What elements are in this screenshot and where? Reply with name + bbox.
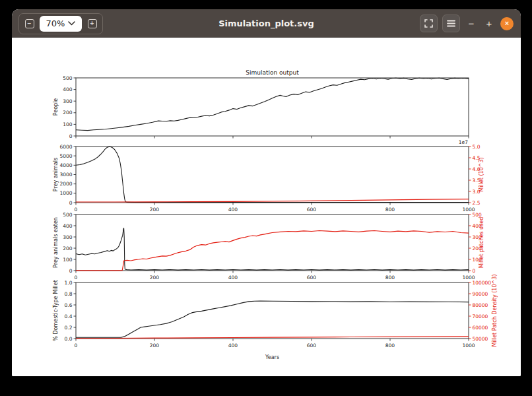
xtick: 800 bbox=[385, 275, 395, 280]
ytick-left: 500 bbox=[63, 75, 73, 81]
zoom-level-dropdown[interactable]: 70% bbox=[40, 16, 82, 32]
ytick-left: 200 bbox=[63, 110, 73, 116]
ytick-left: 100 bbox=[63, 257, 73, 263]
zoom-out-icon: − bbox=[25, 19, 34, 28]
close-button[interactable]: × bbox=[500, 17, 514, 30]
series-prey-animals-eaten bbox=[76, 228, 469, 270]
ytick-left: 0 bbox=[69, 200, 73, 206]
ytick-right: 90000 bbox=[473, 291, 488, 297]
xaxis-label: Years bbox=[265, 354, 279, 360]
ytick-left: 1000 bbox=[59, 190, 72, 196]
ytick-left: 1.0 bbox=[65, 280, 73, 286]
zoom-controls: − 70% + bbox=[18, 13, 103, 34]
xtick: 0 bbox=[75, 207, 78, 213]
zoom-in-icon: + bbox=[88, 19, 97, 28]
zoom-level-value: 70% bbox=[46, 18, 65, 28]
ytick-right: 80000 bbox=[473, 302, 488, 308]
xtick: 200 bbox=[150, 207, 160, 213]
ytick-right: 5.0 bbox=[473, 144, 481, 150]
ylabel-left: % Domestic-Type Millet bbox=[53, 280, 59, 341]
series-prey-animals bbox=[76, 147, 469, 202]
ytick-left: 100 bbox=[63, 121, 73, 127]
subplot-prey-animals-eaten: 0100200300400500010020030040050002004006… bbox=[53, 212, 484, 280]
ytick-left: 200 bbox=[63, 246, 73, 251]
subplot-people: 0100200300400500PeopleSimulation output bbox=[53, 69, 469, 139]
xtick: 0 bbox=[75, 343, 78, 348]
xtick: 400 bbox=[228, 207, 238, 213]
ytick-right: 60000 bbox=[473, 325, 488, 331]
xtick: 600 bbox=[307, 207, 317, 213]
fullscreen-icon bbox=[424, 19, 433, 28]
ytick-right: 2.5 bbox=[473, 200, 481, 206]
xtick: 800 bbox=[385, 207, 395, 213]
series-millet-1e7 bbox=[76, 199, 469, 202]
titlebar[interactable]: − 70% + Simulation_plot.svg bbox=[12, 9, 521, 38]
xtick: 200 bbox=[150, 343, 160, 348]
ytick-right: 500 bbox=[473, 212, 482, 218]
ylabel-right: Millet Patch Density (10^3) bbox=[492, 275, 498, 347]
series-millet-patch-density bbox=[76, 337, 469, 339]
axes-box bbox=[76, 78, 469, 136]
xtick: 400 bbox=[228, 343, 238, 348]
axes-box bbox=[76, 282, 469, 339]
ytick-right: 0 bbox=[473, 268, 476, 274]
ytick-left: 0.4 bbox=[65, 314, 73, 319]
minimize-button[interactable]: − bbox=[465, 15, 478, 32]
ylabel-right: Millet (10^3) bbox=[479, 157, 484, 191]
simulation-figure: 0100200300400500PeopleSimulation output0… bbox=[50, 66, 512, 360]
chevron-down-icon bbox=[68, 21, 75, 26]
ytick-left: 5000 bbox=[59, 153, 72, 159]
ylabel-right: Millet patches used bbox=[479, 217, 484, 269]
series-domestic-type-millet bbox=[76, 301, 469, 337]
ytick-left: 4000 bbox=[59, 162, 72, 168]
ytick-left: 0 bbox=[69, 133, 73, 139]
window-controls: − + × bbox=[420, 9, 514, 38]
zoom-in-button[interactable]: + bbox=[82, 14, 102, 34]
ytick-left: 0.8 bbox=[65, 291, 73, 297]
xtick: 400 bbox=[228, 275, 238, 280]
ytick-left: 500 bbox=[63, 212, 73, 218]
hamburger-menu-icon bbox=[447, 20, 455, 27]
axes-box bbox=[76, 214, 469, 271]
ytick-left: 6000 bbox=[59, 144, 72, 150]
maximize-button[interactable]: + bbox=[482, 15, 496, 32]
ytick-right: 100000 bbox=[473, 280, 492, 286]
xtick: 600 bbox=[307, 275, 317, 280]
fullscreen-button[interactable] bbox=[420, 15, 438, 32]
ylabel-left: Prey animals bbox=[53, 158, 59, 191]
xtick: 200 bbox=[150, 275, 160, 280]
image-viewer-content[interactable]: 0100200300400500PeopleSimulation output0… bbox=[12, 38, 521, 376]
ytick-left: 400 bbox=[63, 86, 73, 92]
ytick-left: 0.2 bbox=[65, 325, 73, 331]
ylabel-left: People bbox=[53, 98, 59, 116]
subplot-domestic-type-millet: 0.00.20.40.60.81.05000060000700008000090… bbox=[53, 275, 498, 360]
series-people bbox=[76, 78, 469, 130]
ytick-left: 2000 bbox=[59, 181, 72, 187]
zoom-out-button[interactable]: − bbox=[19, 14, 40, 34]
series-millet-patches-used bbox=[76, 231, 469, 271]
ytick-left: 300 bbox=[63, 234, 73, 240]
xtick: 1000 bbox=[462, 343, 475, 348]
subplot-prey-animals: 01000200030004000500060002.53.03.54.04.5… bbox=[53, 139, 484, 213]
ytick-left: 400 bbox=[63, 223, 73, 229]
figure-title: Simulation output bbox=[246, 69, 299, 76]
ytick-left: 300 bbox=[63, 98, 73, 104]
xtick: 600 bbox=[307, 343, 317, 348]
ytick-left: 0.6 bbox=[65, 302, 73, 308]
ytick-left: 0.0 bbox=[65, 336, 73, 342]
ytick-left: 0 bbox=[69, 268, 73, 274]
xtick: 0 bbox=[75, 275, 78, 280]
image-viewer-window: − 70% + Simulation_plot.svg bbox=[12, 9, 521, 376]
ytick-right: 70000 bbox=[473, 314, 488, 319]
menu-button[interactable] bbox=[442, 15, 460, 32]
axis-offset-text: 1e7 bbox=[459, 139, 468, 145]
ylabel-left: Prey animals eaten bbox=[53, 217, 59, 268]
axes-box bbox=[76, 147, 469, 203]
xtick: 800 bbox=[385, 343, 395, 348]
ytick-left: 3000 bbox=[59, 172, 72, 178]
ytick-right: 50000 bbox=[473, 336, 488, 342]
